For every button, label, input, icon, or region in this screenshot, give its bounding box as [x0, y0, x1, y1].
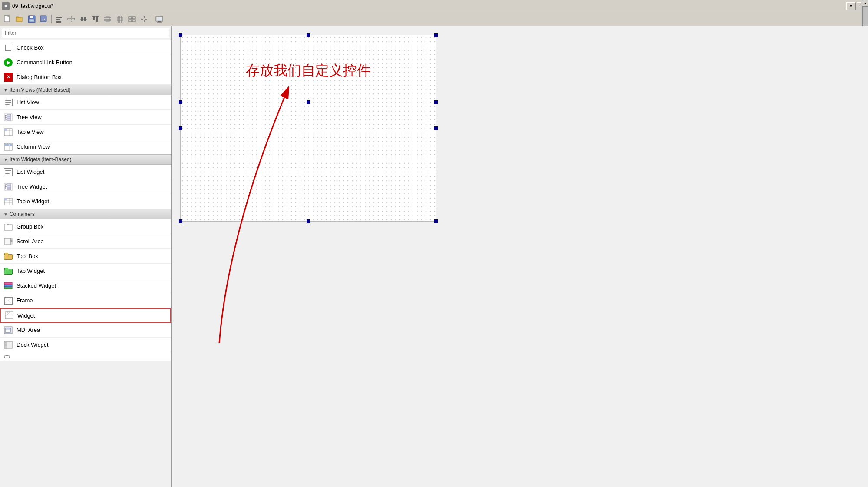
svg-rect-31 — [132, 20, 135, 22]
svg-rect-30 — [129, 20, 132, 22]
filter-input[interactable] — [2, 28, 169, 38]
list-item[interactable]: ✕ Dialog Button Box — [0, 70, 171, 85]
toolbar-break-layout-btn[interactable] — [139, 13, 150, 25]
svg-rect-47 — [7, 119, 11, 120]
toolbar-grid-v-btn[interactable] — [114, 13, 125, 25]
svg-rect-65 — [7, 184, 11, 186]
handle-br[interactable] — [434, 219, 438, 223]
category-containers[interactable]: ▼ Containers — [0, 209, 171, 219]
item-label: Frame — [17, 297, 33, 304]
list-item[interactable]: MDI Area — [0, 323, 171, 338]
dock-widget-icon — [3, 340, 13, 350]
toolbar: S — [0, 12, 868, 26]
design-canvas[interactable]: 存放我们自定义控件 — [180, 35, 436, 222]
handle-tl[interactable] — [179, 33, 182, 37]
frame-icon — [3, 296, 13, 305]
svg-rect-58 — [7, 144, 9, 146]
toolbar-preview-btn[interactable] — [154, 13, 165, 25]
canvas-area: 存放我们自定义控件 — [172, 26, 868, 487]
item-label: Stacked Widget — [17, 282, 56, 289]
svg-rect-39 — [157, 17, 162, 20]
svg-rect-82 — [4, 285, 12, 287]
toolbar-sep-1 — [51, 15, 52, 23]
group-box-icon: GB — [3, 222, 13, 232]
handle-r2-l[interactable] — [179, 100, 182, 104]
svg-rect-79 — [4, 244, 11, 245]
list-item[interactable]: Tree Widget — [0, 179, 171, 194]
category-label: Item Widgets (Item-Based) — [10, 156, 72, 162]
list-item[interactable]: Tab Widget — [0, 264, 171, 278]
svg-rect-59 — [10, 144, 12, 146]
item-label: Dialog Button Box — [17, 74, 62, 80]
list-item[interactable]: Frame — [0, 293, 171, 308]
item-label: List View — [17, 99, 39, 106]
item-label: Widget — [17, 312, 35, 319]
toolbar-align-left-btn[interactable] — [53, 13, 65, 25]
svg-rect-10 — [56, 19, 60, 20]
list-item[interactable]: Scroll Area — [0, 234, 171, 249]
handle-r2-r[interactable] — [434, 100, 438, 104]
list-item[interactable] — [0, 352, 171, 361]
list-item[interactable]: Dock Widget — [0, 338, 171, 352]
table-widget-icon — [3, 197, 13, 206]
svg-rect-73 — [4, 198, 7, 200]
toolbar-open-btn[interactable] — [14, 13, 25, 25]
handle-r2-c[interactable] — [307, 100, 310, 104]
item-label: Check Box — [17, 44, 44, 51]
tab-widget-icon — [3, 266, 13, 276]
category-label: Item Views (Model-Based) — [10, 87, 71, 93]
list-item[interactable]: GB Group Box — [0, 219, 171, 234]
list-item[interactable]: Stacked Widget — [0, 278, 171, 293]
item-label: Tool Box — [17, 253, 38, 259]
handle-mr[interactable] — [434, 126, 438, 130]
list-item-widget[interactable]: Widget — [0, 308, 171, 323]
filter-bar — [0, 26, 171, 40]
app-icon: ■ — [2, 2, 10, 10]
handle-tc[interactable] — [307, 33, 310, 37]
main-layout: Check Box ▶ Command Link Button ✕ Dialog… — [0, 26, 868, 487]
checkbox-icon — [3, 43, 13, 53]
list-item[interactable]: List View — [0, 95, 171, 110]
category-item-views[interactable]: ▼ Item Views (Model-Based) — [0, 85, 171, 95]
handle-bl[interactable] — [179, 219, 182, 223]
list-item[interactable]: Check Box — [0, 40, 171, 55]
list-item[interactable]: Table Widget — [0, 194, 171, 209]
handle-tr[interactable] — [434, 33, 438, 37]
list-item[interactable]: Tool Box — [0, 249, 171, 264]
tree-view-icon — [3, 113, 13, 122]
widget-list: Check Box ▶ Command Link Button ✕ Dialog… — [0, 40, 171, 487]
list-item[interactable]: List Widget — [0, 165, 171, 179]
handle-bc[interactable] — [307, 219, 310, 223]
list-item[interactable]: Table View — [0, 125, 171, 139]
toolbar-save-as-btn[interactable]: S — [38, 13, 50, 25]
category-item-widgets[interactable]: ▼ Item Widgets (Item-Based) — [0, 154, 171, 165]
dropdown-btn[interactable]: ▼ — [846, 2, 856, 10]
list-item[interactable]: ▶ Command Link Button — [0, 55, 171, 70]
toolbar-save-btn[interactable] — [26, 13, 37, 25]
column-view-icon — [3, 142, 13, 152]
toolbar-align-top-btn[interactable] — [90, 13, 101, 25]
item-label: Scroll Area — [17, 238, 44, 245]
window-title: 09_test/widget.ui* — [12, 3, 846, 9]
svg-rect-45 — [7, 114, 11, 116]
svg-rect-18 — [93, 16, 95, 20]
svg-rect-11 — [56, 21, 61, 23]
toolbar-form-layout-btn[interactable] — [126, 13, 138, 25]
svg-rect-5 — [30, 16, 33, 18]
toolbar-new-btn[interactable] — [2, 13, 13, 25]
handle-ml[interactable] — [179, 126, 182, 130]
toolbar-align-center-btn[interactable] — [66, 13, 77, 25]
stacked-widget-icon — [3, 281, 13, 291]
canvas-title: 存放我们自定义控件 — [246, 61, 371, 80]
toolbar-grid-h-btn[interactable] — [102, 13, 113, 25]
svg-rect-81 — [4, 287, 12, 289]
svg-rect-29 — [132, 17, 135, 19]
item-label: Tab Widget — [17, 268, 45, 274]
list-item[interactable]: Column View — [0, 139, 171, 154]
title-bar: ■ 09_test/widget.ui* ▼ × — [0, 0, 868, 12]
category-arrow: ▼ — [3, 157, 8, 162]
list-item[interactable]: Tree View — [0, 110, 171, 125]
toolbar-distribute-h-btn[interactable] — [78, 13, 89, 25]
svg-rect-46 — [7, 116, 11, 118]
svg-point-102 — [4, 355, 7, 358]
